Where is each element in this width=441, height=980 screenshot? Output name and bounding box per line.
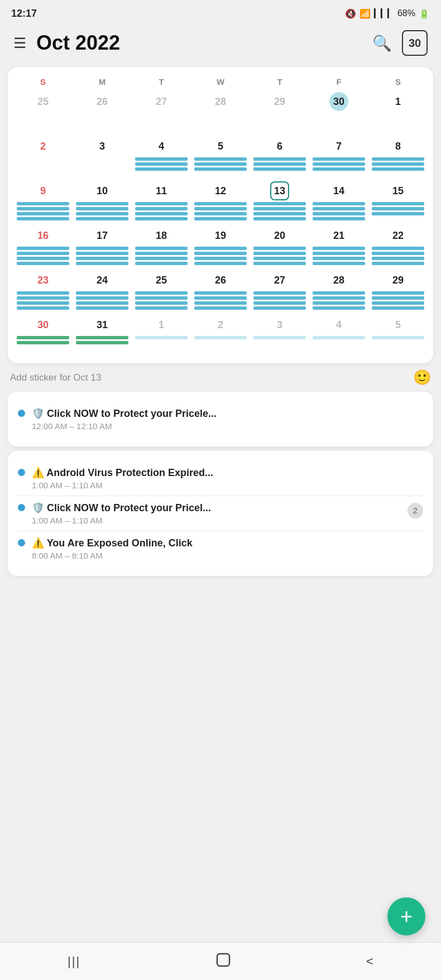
event-line: [253, 306, 306, 310]
event-card-2: ⚠️ Android Virus Protection Expired... 1…: [8, 451, 433, 576]
event-lines-oct18: [135, 247, 188, 265]
event-title-4: ⚠️ You Are Exposed Online, Click: [32, 537, 344, 549]
cal-cell-oct3[interactable]: 3: [73, 134, 132, 179]
day-header-thu: T: [250, 75, 309, 89]
event-line: [313, 162, 365, 166]
menu-button[interactable]: ☰: [13, 35, 26, 52]
event-item-1[interactable]: 🛡️ Click NOW to Protect your Pricele... …: [18, 402, 423, 436]
event-line: [313, 252, 365, 255]
search-button[interactable]: 🔍: [372, 34, 392, 52]
cal-cell-oct26[interactable]: 26: [191, 268, 250, 313]
back-button[interactable]: <: [349, 949, 390, 974]
cal-date-nov4: 4: [329, 315, 348, 334]
cal-cell-oct24[interactable]: 24: [73, 268, 132, 313]
page-title: Oct 2022: [36, 31, 120, 55]
add-event-button[interactable]: +: [387, 897, 425, 935]
recent-apps-button[interactable]: |||: [51, 949, 97, 974]
cal-cell-oct13[interactable]: 13: [250, 179, 309, 224]
cal-date-oct19: 19: [211, 226, 230, 245]
cal-cell-oct19[interactable]: 19: [191, 224, 250, 268]
cal-cell-oct8[interactable]: 8: [368, 134, 428, 179]
cal-cell-oct2[interactable]: 2: [13, 134, 73, 179]
event-badge-3: 2: [408, 503, 423, 518]
cal-cell-oct4[interactable]: 4: [132, 134, 191, 179]
cal-cell-oct27[interactable]: 27: [250, 268, 309, 313]
calendar-week-6: 30 31 1 2 3: [13, 313, 428, 358]
event-line: [17, 207, 69, 210]
calendar-card: S M T W T F S 25 26 27 28 29 30 1: [8, 67, 433, 363]
cal-cell-oct5[interactable]: 5: [191, 134, 250, 179]
cal-cell-nov4[interactable]: 4: [309, 313, 368, 358]
event-line: [253, 207, 306, 210]
signal-icon: ▎▎▎: [374, 8, 394, 18]
cal-cell-oct10[interactable]: 10: [73, 179, 132, 224]
event-line: [76, 257, 128, 260]
cal-cell-nov2[interactable]: 2: [191, 313, 250, 358]
day-header-tue: T: [132, 75, 191, 89]
home-button[interactable]: [199, 947, 248, 977]
event-lines-oct21: [313, 247, 365, 265]
cal-cell-oct16[interactable]: 16: [13, 224, 73, 268]
cal-cell-oct29[interactable]: 29: [368, 268, 428, 313]
cal-cell-oct23[interactable]: 23: [13, 268, 73, 313]
cal-cell-oct17[interactable]: 17: [73, 224, 132, 268]
cal-cell-nov5[interactable]: 5: [368, 313, 428, 358]
cal-cell-oct30[interactable]: 30: [13, 313, 73, 358]
event-item-2[interactable]: ⚠️ Android Virus Protection Expired... 1…: [18, 461, 423, 496]
event-lines-oct19: [194, 247, 247, 265]
event-line: [372, 212, 424, 215]
event-lines-oct17: [76, 247, 128, 265]
cal-cell-sep27[interactable]: 27: [132, 90, 191, 134]
cal-cell-oct7[interactable]: 7: [309, 134, 368, 179]
event-line: [313, 247, 365, 250]
cal-cell-oct28[interactable]: 28: [309, 268, 368, 313]
event-line: [135, 212, 188, 215]
event-line: [135, 202, 188, 205]
sticker-row[interactable]: Add sticker for Oct 13 🙂: [10, 369, 431, 386]
event-lines-oct14: [313, 202, 365, 220]
cal-cell-nov3[interactable]: 3: [250, 313, 309, 358]
cal-cell-oct21[interactable]: 21: [309, 224, 368, 268]
event-lines-oct16: [17, 247, 69, 265]
cal-date-oct23: 23: [33, 271, 52, 290]
cal-cell-sep25[interactable]: 25: [13, 90, 73, 134]
cal-cell-oct9[interactable]: 9: [13, 179, 73, 224]
cal-cell-oct14[interactable]: 14: [309, 179, 368, 224]
cal-cell-oct25[interactable]: 25: [132, 268, 191, 313]
event-line: [17, 291, 69, 295]
cal-cell-sep28[interactable]: 28: [191, 90, 250, 134]
event-lines-nov1: [135, 336, 188, 339]
event-line: [194, 217, 247, 220]
cal-cell-oct31[interactable]: 31: [73, 313, 132, 358]
event-item-3[interactable]: 🛡️ Click NOW to Protect your Pricel... 1…: [18, 496, 423, 531]
event-dot-4: [18, 539, 25, 546]
event-line: [313, 291, 365, 295]
cal-date-sep26: 26: [93, 92, 112, 111]
cal-cell-oct15[interactable]: 15: [368, 179, 428, 224]
event-item-4[interactable]: ⚠️ You Are Exposed Online, Click 8:00 AM…: [18, 531, 423, 566]
cal-cell-sep30[interactable]: 30: [309, 90, 368, 134]
event-line: [135, 296, 188, 300]
cal-cell-oct18[interactable]: 18: [132, 224, 191, 268]
cal-cell-oct1[interactable]: 1: [368, 90, 428, 134]
calendar-day-button[interactable]: 30: [402, 30, 428, 56]
cal-cell-sep29[interactable]: 29: [250, 90, 309, 134]
event-lines-oct25: [135, 291, 188, 310]
cal-cell-oct6[interactable]: 6: [250, 134, 309, 179]
sticker-icon[interactable]: 🙂: [413, 369, 431, 386]
event-lines-oct23: [17, 291, 69, 310]
event-line: [313, 167, 365, 171]
cal-cell-oct22[interactable]: 22: [368, 224, 428, 268]
event-line: [135, 247, 188, 250]
event-card-1: 🛡️ Click NOW to Protect your Pricele... …: [8, 392, 433, 446]
cal-cell-oct20[interactable]: 20: [250, 224, 309, 268]
event-line: [76, 252, 128, 255]
cal-cell-sep26[interactable]: 26: [73, 90, 132, 134]
event-lines-oct24: [76, 291, 128, 310]
cal-cell-oct12[interactable]: 12: [191, 179, 250, 224]
event-lines-oct6: [253, 157, 306, 171]
event-line: [313, 336, 365, 339]
day-header-sun: S: [13, 75, 73, 89]
cal-cell-oct11[interactable]: 11: [132, 179, 191, 224]
cal-cell-nov1[interactable]: 1: [132, 313, 191, 358]
